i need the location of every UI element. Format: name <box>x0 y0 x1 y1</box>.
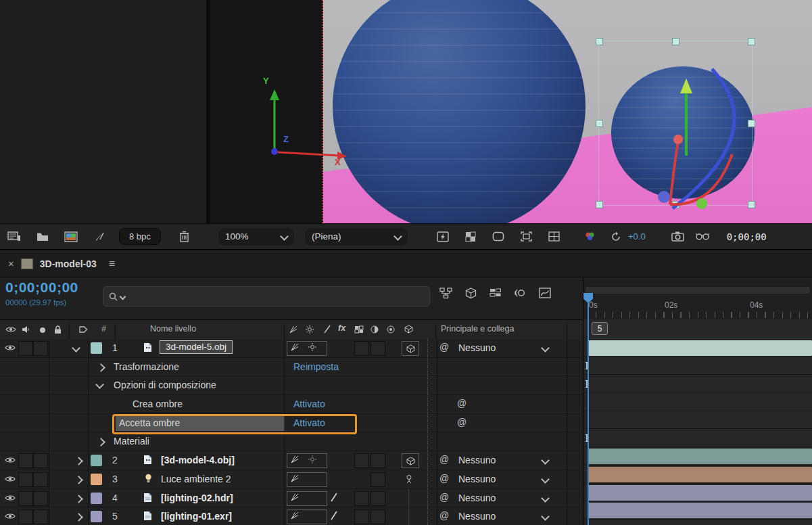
property-value-toggle[interactable]: Attivato <box>293 398 325 409</box>
quality-sampling-icon[interactable] <box>289 325 297 334</box>
resolution-dropdown[interactable]: (Piena) <box>305 228 408 246</box>
3d-transform-gizmo[interactable] <box>611 54 793 216</box>
time-ruler[interactable]: 0s 02s 04s <box>583 278 812 320</box>
effects-switch-icon[interactable] <box>308 455 316 463</box>
3d-layer-switch[interactable] <box>402 341 419 356</box>
selection-handle[interactable] <box>596 201 603 208</box>
effects-sun-icon[interactable] <box>306 325 314 334</box>
timeline-search[interactable] <box>103 286 430 306</box>
layer-name[interactable]: [3d-model-4.obj] <box>161 455 235 465</box>
collapse-chevron-icon[interactable] <box>72 344 80 352</box>
cube-3d-column-icon[interactable] <box>404 325 413 334</box>
layer-row-3[interactable]: 3 Luce ambiente 2 @ Nessuno <box>0 470 583 489</box>
label-swatch[interactable] <box>91 493 102 504</box>
eye-icon[interactable] <box>5 476 16 482</box>
layer-name[interactable]: [lighting-02.hdr] <box>161 493 233 503</box>
panel-menu-icon[interactable]: ≡ <box>109 258 115 270</box>
close-tab-icon[interactable]: × <box>8 258 14 269</box>
switch-cell[interactable] <box>371 509 385 524</box>
label-swatch[interactable] <box>91 511 102 522</box>
audio-cell[interactable] <box>18 453 33 468</box>
parent-chevron-icon[interactable] <box>541 512 550 521</box>
property-group-name[interactable]: Trasformazione <box>114 361 179 372</box>
layer-name-column-header[interactable]: Nome livello <box>150 324 196 334</box>
switch-cell[interactable] <box>354 509 369 524</box>
motion-blur-icon[interactable] <box>515 288 526 299</box>
selection-handle[interactable] <box>596 38 603 45</box>
pickwhip-icon[interactable]: @ <box>439 473 449 484</box>
bit-depth-button[interactable]: 8 bpc <box>119 228 161 245</box>
property-group-row[interactable]: Opzioni di composizione <box>0 376 583 395</box>
3d-layer-switch[interactable] <box>402 453 419 468</box>
layer-row-1[interactable]: 1 3d-model-5.obj @ Nessuno <box>0 339 583 358</box>
fx-column-icon[interactable]: fx <box>338 323 345 333</box>
property-row[interactable]: Crea ombre Attivato @ <box>0 395 583 414</box>
audio-column-speaker-icon[interactable] <box>22 325 30 334</box>
eye-icon[interactable] <box>5 344 16 351</box>
parent-column-header[interactable]: Principale e collega <box>441 324 514 334</box>
layer-bar-2[interactable] <box>588 449 812 464</box>
layer-bar-1[interactable] <box>588 340 812 356</box>
parent-dropdown[interactable]: Nessuno <box>458 342 496 353</box>
parent-chevron-icon[interactable] <box>541 456 550 465</box>
eye-icon[interactable] <box>5 513 16 520</box>
audio-cell[interactable] <box>18 509 33 524</box>
property-group-name[interactable]: Opzioni di composizione <box>114 380 216 390</box>
label-swatch[interactable] <box>91 342 102 354</box>
lock-cell[interactable] <box>33 509 48 524</box>
property-group-row[interactable]: Materiali <box>0 432 583 451</box>
number-column-header[interactable]: # <box>101 324 106 334</box>
solo-column-icon[interactable] <box>39 327 46 334</box>
selection-handle[interactable] <box>748 38 755 45</box>
layer-bar-5[interactable] <box>588 503 812 518</box>
pickwhip-icon[interactable]: @ <box>439 492 449 503</box>
audio-cell[interactable] <box>18 491 33 506</box>
new-folder-icon[interactable] <box>34 229 51 244</box>
large-sphere-3d-model[interactable] <box>333 0 586 223</box>
layer-bar-4[interactable] <box>588 485 812 501</box>
quality-switch-icon[interactable] <box>291 455 299 463</box>
comp-tab-title[interactable]: 3D-model-03 <box>40 258 97 269</box>
transparency-grid-icon[interactable] <box>461 229 480 245</box>
search-options-chevron-icon[interactable] <box>120 293 126 300</box>
interpret-footage-icon[interactable] <box>5 229 23 244</box>
frame-blending-icon[interactable] <box>489 288 502 299</box>
layer-name[interactable]: Luce ambiente 2 <box>161 474 231 484</box>
parent-chevron-icon[interactable] <box>541 494 550 503</box>
snapshot-camera-icon[interactable] <box>669 229 688 245</box>
parent-dropdown[interactable]: Nessuno <box>458 493 496 503</box>
light-switch-icon[interactable] <box>404 474 414 484</box>
pickwhip-icon[interactable]: @ <box>439 454 449 465</box>
composition-marker[interactable]: 5 <box>592 322 608 335</box>
collapse-chevron-icon[interactable] <box>95 381 104 390</box>
reset-link[interactable]: Reimposta <box>293 361 339 372</box>
switch-cell[interactable] <box>371 453 385 468</box>
expand-chevron-icon[interactable] <box>74 457 83 465</box>
layer-row-4[interactable]: 4 [lighting-02.hdr] @ Nessuno <box>0 489 583 508</box>
layer-bar-3[interactable] <box>588 467 812 482</box>
parent-chevron-icon[interactable] <box>541 344 550 352</box>
magnification-dropdown[interactable]: 100% <box>218 228 294 246</box>
grid-guides-icon[interactable] <box>544 229 563 245</box>
current-timecode[interactable]: 0;00;00;00 <box>5 279 78 296</box>
label-column-icon[interactable] <box>78 325 88 334</box>
playhead-line[interactable] <box>588 302 589 525</box>
quality-switch-icon[interactable] <box>291 511 299 520</box>
label-swatch[interactable] <box>91 455 102 466</box>
expand-chevron-icon[interactable] <box>97 363 105 372</box>
mask-visibility-icon[interactable] <box>489 229 508 245</box>
quality-switch-icon[interactable] <box>291 474 299 482</box>
switch-cell[interactable] <box>354 491 369 506</box>
video-column-eye-icon[interactable] <box>5 326 16 333</box>
draft-3d-icon[interactable] <box>465 288 477 299</box>
audio-cell[interactable] <box>18 341 33 356</box>
effects-switch-icon[interactable] <box>308 343 316 351</box>
switch-cell[interactable] <box>371 341 385 356</box>
eye-icon[interactable] <box>5 495 16 501</box>
quality-switch-icon[interactable] <box>291 493 299 501</box>
pickwhip-icon[interactable]: @ <box>439 510 449 521</box>
lock-column-icon[interactable] <box>54 325 62 334</box>
layer-name[interactable]: 3d-model-5.obj <box>160 340 233 354</box>
channels-icon[interactable] <box>581 229 600 245</box>
label-swatch[interactable] <box>91 474 102 485</box>
